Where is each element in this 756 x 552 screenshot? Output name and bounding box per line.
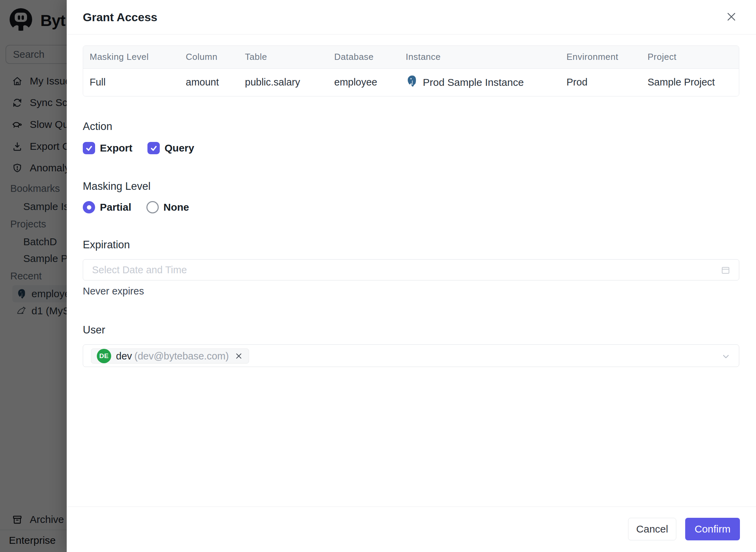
col-header-table: Table: [238, 46, 328, 68]
partial-label[interactable]: Partial: [100, 201, 131, 213]
query-label[interactable]: Query: [165, 142, 194, 154]
expiration-date-input[interactable]: [83, 259, 739, 280]
checkbox-checked-icon: [147, 142, 160, 154]
expiration-heading: Expiration: [83, 239, 130, 251]
cell-column: amount: [179, 68, 238, 96]
user-email: (dev@bytebase.com): [134, 351, 229, 362]
table-row: Full amount public.salary employee: [83, 68, 739, 96]
action-heading: Action: [83, 120, 112, 133]
close-button[interactable]: [725, 10, 738, 24]
checkbox-checked-icon: [83, 142, 95, 154]
avatar: DE: [97, 349, 111, 363]
user-heading: User: [83, 324, 105, 336]
modal-backdrop[interactable]: [0, 0, 67, 552]
partial-radio[interactable]: Partial: [83, 201, 131, 213]
col-header-masking-level: Masking Level: [83, 46, 179, 68]
modal-body: Masking Level Column Table Database Inst…: [67, 35, 756, 552]
close-icon: [234, 352, 243, 360]
export-label[interactable]: Export: [100, 142, 132, 154]
modal-title: Grant Access: [83, 11, 157, 24]
action-options: Export Query: [83, 142, 194, 154]
cell-masking-level: Full: [83, 68, 179, 96]
user-name: dev: [116, 351, 132, 362]
postgresql-icon: [406, 75, 419, 90]
app-root: Byt Search My Issues Sync Sch: [0, 0, 756, 552]
chevron-down-icon: [721, 352, 731, 361]
user-select[interactable]: DE dev (dev@bytebase.com): [83, 344, 739, 367]
instance-name: Prod Sample Instance: [423, 77, 524, 88]
col-header-column: Column: [179, 46, 238, 68]
expiration-hint: Never expires: [83, 286, 144, 297]
cell-project: Sample Project: [641, 68, 739, 96]
export-checkbox[interactable]: Export: [83, 142, 132, 154]
table-header-row: Masking Level Column Table Database Inst…: [83, 46, 739, 68]
cell-database: employee: [328, 68, 399, 96]
masking-level-options: Partial None: [83, 201, 189, 213]
col-header-project: Project: [641, 46, 739, 68]
close-icon: [726, 11, 737, 24]
query-checkbox[interactable]: Query: [147, 142, 194, 154]
none-label[interactable]: None: [164, 201, 189, 213]
radio-unselected-icon: [146, 201, 159, 213]
user-tag: DE dev (dev@bytebase.com): [91, 349, 249, 364]
remove-user-button[interactable]: [234, 352, 243, 360]
none-radio[interactable]: None: [146, 201, 189, 213]
masking-level-heading: Masking Level: [83, 180, 151, 193]
cell-table: public.salary: [238, 68, 328, 96]
col-header-instance: Instance: [399, 46, 560, 68]
grant-access-modal: Grant Access: [67, 0, 756, 552]
cell-environment: Prod: [560, 68, 641, 96]
footer-divider: [67, 507, 756, 507]
col-header-database: Database: [328, 46, 399, 68]
cancel-button[interactable]: Cancel: [628, 518, 676, 540]
cell-instance: Prod Sample Instance: [399, 68, 560, 96]
col-header-environment: Environment: [560, 46, 641, 68]
radio-selected-icon: [83, 201, 95, 213]
modal-header: Grant Access: [67, 0, 756, 35]
confirm-button[interactable]: Confirm: [685, 518, 740, 540]
access-summary-table: Masking Level Column Table Database Inst…: [83, 45, 739, 96]
